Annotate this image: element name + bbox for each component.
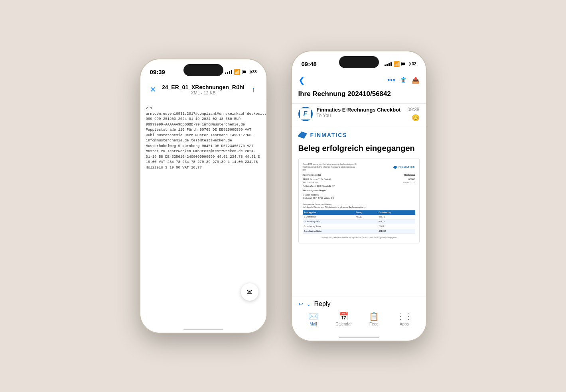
finmatics-logo-icon [298,131,307,139]
battery-text-1: 33 [252,70,256,74]
phone-1-inner: 09:39 📶 33 ✕ [140,59,266,333]
compose-float-button[interactable]: ✉ [241,283,258,301]
status-icons-2: 📶 32 [385,61,416,67]
time-1: 09:39 [150,69,165,75]
phone-2: 09:48 📶 32 ❮ [291,51,427,341]
time-2: 09:48 [302,61,317,67]
feed-icon: 📋 [369,312,379,321]
invoice-footer: Zahlungsziel: kalkuliere des Rechnungdat… [303,236,415,239]
invoice-table: Auftraggeber Betrag Bruttobetrag 1. Dien… [303,210,415,234]
phone-2-inner: 09:48 📶 32 ❮ [292,51,426,341]
mail-icon: ✉️ [308,312,318,321]
invoice-details-label: Rechnung [361,174,415,177]
archive-button[interactable]: 📥 [412,76,420,84]
finmatics-logo: FINMATICS [298,131,420,139]
email-headline: Beleg erfolgreich eingegangen [298,143,420,153]
table-row: Grundbetrag Netto 484,71 [303,220,415,224]
battery-1 [242,70,250,74]
invoice-recipient-addr: Outlymel 217, 1710 Wien, DE [303,196,357,200]
apps-icon: ⋮⋮ [396,312,412,321]
home-indicator-2 [292,329,426,341]
signal-icon-1 [225,69,232,74]
apps-tab-label: Apps [400,322,409,326]
file-title-area: 24_ER_01_XRechnungen_Rühl XML - 12 KB [160,84,247,95]
tab-bar: ✉️ Mail 📅 Calendar 📋 Feed ⋮⋮ Apps [298,309,420,327]
invoice-recipient-section: Rechnungsempfänger Muster Testlein Outly… [303,189,357,200]
sender-name: Finmatics E-Rechnungs Checkbot [317,107,408,113]
file-header: ✕ 24_ER_01_XRechnungen_Rühl XML - 12 KB … [140,80,266,101]
feed-tab-label: Feed [369,322,379,326]
sender-avatar: F [298,107,313,121]
reply-arrow-icon[interactable]: ↩ [298,301,303,307]
file-subtitle: XML - 12 KB [160,90,247,95]
invoice-recipient-name: Muster Testlein [303,193,357,196]
scene: 09:39 📶 33 ✕ [124,35,443,357]
invoice-detail-number: 00000 [361,178,415,181]
tab-apps[interactable]: ⋮⋮ Apps [389,312,420,326]
invoice-recipient-label: Rechnungsempfänger [303,189,357,192]
trash-button[interactable]: 🗑 [400,76,407,84]
table-header-amount: Betrag [355,210,378,215]
invoice-sender-company: APAG Zions + TÜV GmbH [303,178,357,181]
battery-text-2: 32 [412,62,416,66]
finmatics-logo-text: FINMATICS [310,132,347,138]
home-indicator-1 [140,321,266,333]
back-button[interactable]: ❮ [298,75,305,85]
invoice-sender-section: Rechnungssteller APAG Zions + TÜV GmbH A… [303,174,357,188]
wifi-icon-2: 📶 [393,61,400,67]
mail-tab-label: Mail [310,322,317,326]
share-button[interactable]: ↑ [247,83,260,96]
sender-to: To You [317,113,408,118]
email-nav-header: ❮ ••• 🗑 📥 [292,72,426,90]
reply-label[interactable]: Reply [314,300,331,308]
header-actions: ••• 🗑 📥 [388,76,420,84]
email-timestamp: 09:38 😊 [407,107,419,122]
invoice-document: Diese PDF wurde von Finmatics aus einer … [299,159,419,243]
close-button[interactable]: ✕ [147,83,160,96]
avatar-letter: F [304,110,308,118]
reply-row: ↩ ⌄ Reply [298,300,420,308]
battery-2 [401,62,410,66]
table-total-row: Grundbetrag Netto 484,962 [303,229,415,234]
svg-marker-2 [393,166,397,169]
dynamic-island-2 [339,56,379,68]
invoice-finmatics-mark: FINMATICS [393,163,415,171]
email-time: 09:38 [407,107,419,112]
invoice-sender-label: Rechnungssteller [303,174,357,177]
tab-mail[interactable]: ✉️ Mail [298,312,329,326]
table-header-gross: Bruttobetrag [377,210,415,215]
more-button[interactable]: ••• [388,76,396,84]
tab-calendar[interactable]: 📅 Calendar [329,312,359,326]
invoice-detail-date: 2023-01-10 [361,181,415,184]
compose-icon: ✉ [247,288,252,296]
file-title: 24_ER_01_XRechnungen_Rühl [160,84,247,90]
calendar-icon: 📅 [339,312,349,321]
tab-feed[interactable]: 📋 Feed [359,312,389,326]
table-row: 1. Dienstleiste 481,19 484,71 [303,215,415,220]
signal-icon-2 [385,61,392,66]
email-toolbar: ↩ ⌄ Reply ✉️ Mail 📅 Calendar 📋 Fe [292,296,426,329]
invoice-body-text: für folgende Dienste und Tätigkeiten ist… [303,206,415,209]
dynamic-island-1 [183,64,223,76]
email-body: FINMATICS Beleg erfolgreich eingegangen … [292,125,426,296]
invoice-sender-id: ATU29554000 [303,181,357,184]
sender-info: Finmatics E-Rechnungs Checkbot To You [317,107,408,118]
email-subject: Ihre Rechnung 202410/56842 [292,90,426,103]
phone-1: 09:39 📶 33 ✕ [140,59,267,333]
table-header-item: Auftraggeber [303,210,355,215]
invoice-intro-text: Diese PDF wurde von Finmatics aus einer … [303,163,359,171]
table-row: Grundbetrag Steuer 2,00 € [303,224,415,229]
status-icons-1: 📶 33 [225,69,256,75]
invoice-logo-text: FINMATICS [398,165,415,169]
wifi-icon-1: 📶 [234,69,240,75]
invoice-sender-addr: Fußstraße 4, 100 Fleudelft, AT [303,184,357,188]
email-sender-row: F Finmatics E-Rechnungs Checkbot To You … [292,103,426,125]
emoji-button[interactable]: 😊 [412,114,420,122]
invoice-preview: Diese PDF wurde von Finmatics aus einer … [298,159,420,243]
calendar-tab-label: Calendar [335,322,352,326]
invoice-greeting: Sehr geehrte Damen und Herren, [303,203,415,206]
chevron-down-icon[interactable]: ⌄ [306,301,311,307]
